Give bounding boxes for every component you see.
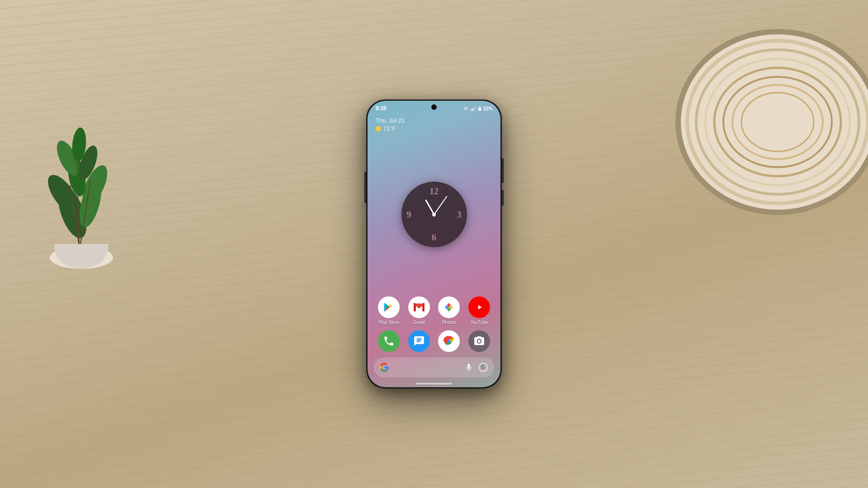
svg-rect-22	[471, 109, 472, 111]
google-g-icon	[379, 362, 389, 372]
photos-icon	[438, 296, 460, 318]
gmail-icon	[408, 296, 430, 318]
app-messages[interactable]	[406, 330, 433, 352]
weather-date: Thu, Jul 21	[376, 117, 492, 124]
home-bar	[416, 383, 452, 385]
status-time: 8:35	[376, 105, 387, 112]
left-button[interactable]	[364, 172, 366, 203]
gmail-label: Gmail	[413, 320, 425, 325]
svg-point-33	[448, 339, 451, 343]
app-chrome[interactable]	[436, 330, 462, 352]
minute-hand	[434, 196, 447, 215]
svg-rect-29	[423, 303, 425, 312]
svg-rect-24	[473, 107, 474, 111]
phone-screen: 8:35	[368, 101, 500, 387]
temperature: 71°F	[383, 125, 396, 132]
camera-notch	[431, 104, 437, 110]
svg-rect-23	[472, 108, 473, 111]
svg-point-36	[482, 365, 485, 368]
dock-row	[368, 328, 500, 356]
app-phone[interactable]	[376, 330, 402, 352]
signal-icon	[471, 106, 476, 111]
svg-point-34	[478, 340, 481, 343]
play-store-icon	[378, 296, 400, 318]
sun-icon	[376, 126, 381, 131]
play-store-label: Play Store	[378, 320, 399, 325]
weather-widget[interactable]: Thu, Jul 21 71°F	[368, 113, 500, 134]
lock-icon	[478, 106, 481, 111]
clock-center	[432, 213, 436, 216]
app-photos[interactable]: Photos	[436, 296, 462, 325]
chrome-icon	[438, 330, 460, 352]
svg-rect-26	[478, 108, 481, 111]
phone: 8:35	[366, 99, 502, 389]
search-lens-icon[interactable]	[478, 362, 489, 373]
svg-rect-25	[475, 106, 476, 111]
svg-rect-28	[414, 303, 415, 312]
clock-face: 12 3 6 9	[401, 182, 467, 247]
app-play-store[interactable]: Play Store	[376, 296, 402, 325]
clock-widget[interactable]: 12 3 6 9	[368, 134, 500, 293]
app-gmail[interactable]: Gmail	[406, 296, 433, 325]
battery-text: 22%	[483, 106, 492, 111]
wifi-icon	[462, 106, 469, 111]
home-indicator[interactable]	[368, 381, 500, 387]
app-youtube[interactable]: YouTube	[466, 296, 493, 325]
youtube-icon	[468, 296, 490, 318]
power-button[interactable]	[502, 190, 504, 206]
app-camera[interactable]	[466, 330, 493, 352]
rock-decoration	[642, 9, 868, 258]
phone-body: 8:35	[366, 99, 502, 389]
search-mic-icon[interactable]	[463, 362, 474, 373]
clock-hands	[401, 182, 467, 247]
youtube-label: YouTube	[470, 320, 488, 325]
weather-temp: 71°F	[376, 125, 492, 132]
phone-call-icon	[378, 330, 400, 352]
app-grid-row1: Play Store Gmail	[368, 293, 500, 328]
status-icons: 22%	[462, 106, 492, 111]
camera-app-icon	[468, 330, 490, 352]
search-bar[interactable]	[374, 357, 494, 377]
volume-button[interactable]	[502, 158, 504, 183]
plant-decoration	[0, 23, 172, 294]
messages-icon	[408, 330, 430, 352]
photos-label: Photos	[442, 320, 456, 325]
